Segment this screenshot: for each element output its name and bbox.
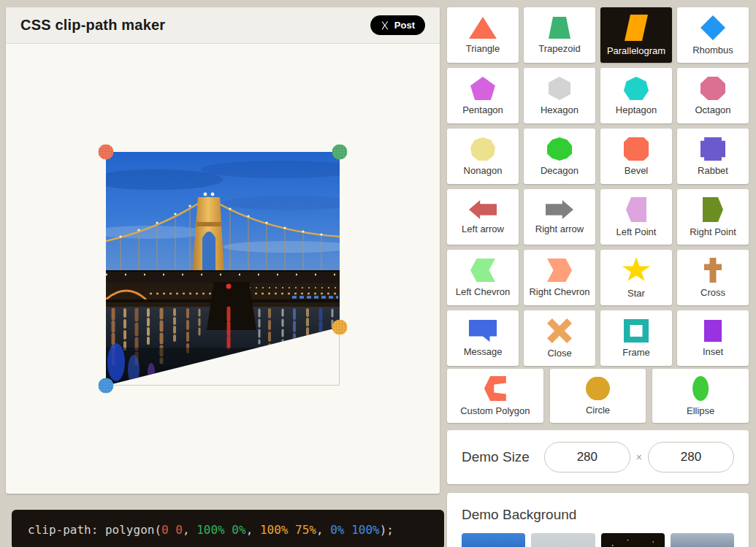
rhombus-shape-icon — [700, 15, 725, 40]
demo-size-label: Demo Size — [462, 449, 544, 465]
code-segment: clip-path: polygon( — [28, 523, 161, 537]
shape-card-left-point[interactable]: Left Point — [600, 189, 672, 245]
demo-stage — [106, 152, 340, 386]
shape-card-hexagon[interactable]: Hexagon — [524, 68, 595, 123]
shape-grid-wide: Custom PolygonCircleEllipse — [447, 369, 749, 423]
post-button[interactable]: Post — [370, 15, 425, 35]
handle-bottom-left[interactable] — [99, 378, 114, 394]
trapezoid-shape-icon — [549, 17, 570, 39]
shape-card-circle[interactable]: Circle — [550, 369, 646, 423]
shape-card-frame[interactable]: Frame — [600, 310, 672, 366]
app-header: CSS clip-path maker Post — [6, 7, 440, 44]
cross-shape-icon — [702, 258, 724, 283]
shape-card-star[interactable]: Star — [600, 250, 672, 305]
shape-card-nonagon[interactable]: Nonagon — [447, 129, 519, 184]
shape-card-label: Left Point — [616, 227, 657, 237]
shape-card-custom-polygon[interactable]: Custom Polygon — [447, 369, 543, 423]
shape-card-cross[interactable]: Cross — [677, 250, 749, 305]
shape-card-rhombus[interactable]: Rhombus — [677, 7, 749, 63]
shape-card-label: Triangle — [466, 44, 500, 53]
demo-height-input[interactable] — [648, 442, 734, 473]
bevel-shape-icon — [624, 137, 649, 161]
shape-card-triangle[interactable]: Triangle — [447, 7, 519, 63]
shape-card-right-arrow[interactable]: Right arrow — [524, 189, 595, 245]
shape-card-label: Octagon — [695, 105, 730, 115]
shape-card-label: Parallelogram — [607, 46, 665, 56]
octagon-shape-icon — [700, 77, 725, 100]
shape-card-rabbet[interactable]: Rabbet — [677, 129, 749, 184]
background-thumbnails — [462, 533, 734, 547]
page-title: CSS clip-path maker — [20, 17, 165, 34]
shape-card-label: Inset — [703, 347, 723, 356]
code-segment: ); — [380, 523, 394, 537]
code-segment: 0% 100% — [330, 523, 379, 537]
shape-card-label: Left arrow — [462, 224, 504, 234]
background-thumb-sunset-clouds[interactable] — [671, 533, 734, 547]
shape-card-decagon[interactable]: Decagon — [524, 129, 595, 184]
frame-shape-icon — [624, 319, 649, 343]
shape-grid: TriangleTrapezoidParallelogramRhombusPen… — [447, 7, 749, 366]
code-segment: , — [316, 523, 330, 537]
custom-polygon-shape-icon — [484, 376, 506, 401]
demo-background-label: Demo Background — [462, 507, 734, 523]
right-arrow-shape-icon — [546, 200, 573, 219]
right-point-shape-icon — [703, 197, 723, 222]
shape-card-label: Right Chevron — [529, 287, 589, 297]
shape-card-trapezoid[interactable]: Trapezoid — [524, 7, 595, 63]
size-separator: × — [636, 451, 642, 463]
handle-top-right[interactable] — [332, 145, 348, 160]
code-bar: clip-path: polygon(0 0, 100% 0%, 100% 75… — [12, 510, 444, 547]
shape-card-label: Circle — [586, 405, 610, 415]
code-segment: 100% 75% — [260, 523, 316, 537]
shape-card-label: Left Chevron — [456, 287, 510, 297]
decagon-shape-icon — [547, 137, 572, 161]
shape-card-right-chevron[interactable]: Right Chevron — [524, 250, 595, 305]
shape-card-label: Close — [547, 348, 571, 358]
shape-card-message[interactable]: Message — [447, 310, 519, 366]
shape-card-octagon[interactable]: Octagon — [677, 68, 749, 123]
triangle-shape-icon — [469, 17, 497, 39]
message-shape-icon — [469, 320, 497, 342]
background-thumb-sparks-dark[interactable] — [601, 533, 665, 547]
handle-right-75[interactable] — [332, 320, 348, 335]
shape-card-left-arrow[interactable]: Left arrow — [447, 189, 519, 245]
shape-card-left-chevron[interactable]: Left Chevron — [447, 250, 519, 305]
background-thumb-plain-gray[interactable] — [531, 533, 595, 547]
shape-card-heptagon[interactable]: Heptagon — [600, 68, 672, 123]
shape-card-inset[interactable]: Inset — [677, 310, 749, 366]
shape-card-label: Frame — [622, 348, 650, 357]
nonagon-shape-icon — [470, 137, 495, 161]
shape-card-bevel[interactable]: Bevel — [600, 129, 672, 184]
shape-card-label: Hexagon — [541, 105, 579, 115]
star-shape-icon — [622, 257, 651, 283]
clip-path-code[interactable]: clip-path: polygon(0 0, 100% 0%, 100% 75… — [28, 523, 394, 537]
shape-card-label: Custom Polygon — [460, 406, 530, 416]
shape-card-label: Cross — [700, 288, 725, 297]
shape-card-parallelogram[interactable]: Parallelogram — [600, 7, 672, 63]
left-chevron-shape-icon — [470, 259, 495, 282]
demo-size-card: Demo Size × — [447, 430, 749, 484]
shape-card-label: Right Point — [690, 227, 736, 237]
background-thumb-bridge-night[interactable] — [462, 533, 525, 547]
shape-card-ellipse[interactable]: Ellipse — [652, 369, 749, 423]
demo-background-card: Demo Background — [447, 493, 749, 547]
shape-card-pentagon[interactable]: Pentagon — [447, 68, 519, 123]
preview-panel: CSS clip-path maker Post — [6, 7, 440, 494]
shape-card-label: Ellipse — [687, 406, 714, 416]
right-chevron-shape-icon — [547, 259, 572, 282]
shape-card-label: Message — [464, 347, 503, 356]
demo-width-input[interactable] — [544, 442, 630, 473]
shape-card-label: Trapezoid — [538, 44, 580, 53]
shape-card-label: Right arrow — [535, 224, 584, 234]
rabbet-shape-icon — [700, 137, 725, 161]
shape-card-label: Bevel — [625, 166, 649, 175]
shape-card-right-point[interactable]: Right Point — [677, 189, 749, 245]
shape-card-close[interactable]: Close — [524, 310, 595, 366]
code-segment: , — [183, 523, 196, 537]
shape-card-label: Nonagon — [464, 166, 503, 175]
left-point-shape-icon — [626, 197, 646, 222]
clip-path-maker-app: { "window": { "title": "CSS clip-path ma… — [0, 0, 756, 547]
inset-shape-icon — [704, 320, 722, 342]
handle-top-left[interactable] — [99, 145, 114, 160]
shape-card-label: Decagon — [541, 166, 579, 175]
